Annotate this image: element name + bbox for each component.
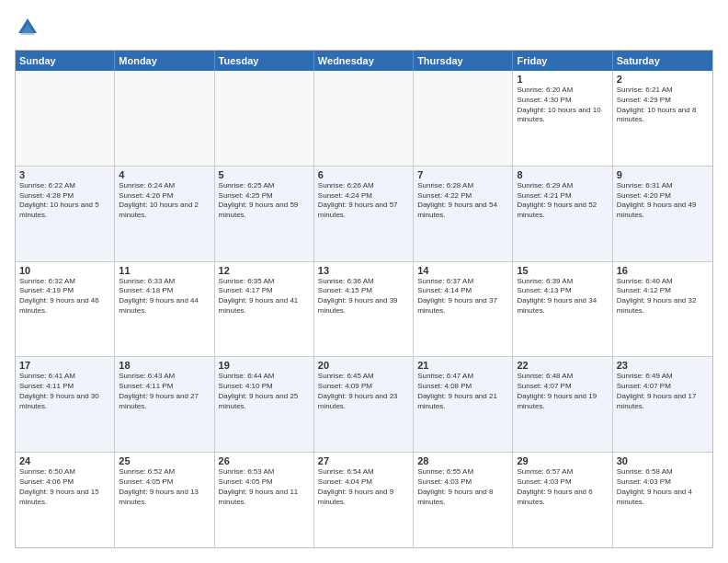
calendar-header: SundayMondayTuesdayWednesdayThursdayFrid… bbox=[16, 51, 712, 71]
day-number: 23 bbox=[617, 360, 709, 371]
day-number: 20 bbox=[318, 360, 409, 371]
calendar-cell: 21Sunrise: 6:47 AM Sunset: 4:08 PM Dayli… bbox=[414, 357, 513, 452]
calendar-row: 1Sunrise: 6:20 AM Sunset: 4:30 PM Daylig… bbox=[16, 71, 712, 167]
day-number: 15 bbox=[517, 265, 608, 276]
cell-info: Sunrise: 6:54 AM Sunset: 4:04 PM Dayligh… bbox=[318, 467, 409, 507]
calendar-cell: 12Sunrise: 6:35 AM Sunset: 4:17 PM Dayli… bbox=[215, 262, 314, 357]
day-number: 12 bbox=[219, 265, 310, 276]
cell-info: Sunrise: 6:20 AM Sunset: 4:30 PM Dayligh… bbox=[517, 86, 608, 125]
calendar-cell: 17Sunrise: 6:41 AM Sunset: 4:11 PM Dayli… bbox=[16, 357, 115, 452]
cell-info: Sunrise: 6:36 AM Sunset: 4:15 PM Dayligh… bbox=[318, 277, 409, 316]
day-number: 29 bbox=[517, 455, 608, 466]
calendar: SundayMondayTuesdayWednesdayThursdayFrid… bbox=[15, 50, 713, 548]
calendar-cell: 27Sunrise: 6:54 AM Sunset: 4:04 PM Dayli… bbox=[314, 453, 414, 547]
cell-info: Sunrise: 6:48 AM Sunset: 4:07 PM Dayligh… bbox=[517, 372, 608, 411]
day-number: 6 bbox=[318, 169, 409, 180]
day-number: 25 bbox=[119, 455, 210, 466]
day-number: 26 bbox=[219, 455, 310, 466]
day-number: 7 bbox=[417, 169, 508, 180]
day-number: 10 bbox=[19, 265, 110, 276]
cell-info: Sunrise: 6:28 AM Sunset: 4:22 PM Dayligh… bbox=[417, 181, 508, 221]
calendar-cell: 15Sunrise: 6:39 AM Sunset: 4:13 PM Dayli… bbox=[513, 262, 612, 357]
weekday-header-saturday: Saturday bbox=[613, 51, 712, 71]
calendar-row: 24Sunrise: 6:50 AM Sunset: 4:06 PM Dayli… bbox=[16, 453, 712, 547]
cell-info: Sunrise: 6:21 AM Sunset: 4:29 PM Dayligh… bbox=[617, 86, 709, 125]
weekday-header-sunday: Sunday bbox=[16, 51, 115, 71]
day-number: 30 bbox=[617, 455, 709, 466]
calendar-cell: 29Sunrise: 6:57 AM Sunset: 4:03 PM Dayli… bbox=[513, 453, 612, 547]
day-number: 2 bbox=[617, 74, 709, 85]
day-number: 18 bbox=[119, 360, 210, 371]
day-number: 11 bbox=[119, 265, 210, 276]
cell-info: Sunrise: 6:52 AM Sunset: 4:05 PM Dayligh… bbox=[119, 467, 210, 507]
day-number: 16 bbox=[617, 265, 709, 276]
day-number: 5 bbox=[219, 169, 310, 180]
cell-info: Sunrise: 6:53 AM Sunset: 4:05 PM Dayligh… bbox=[219, 467, 310, 507]
weekday-header-monday: Monday bbox=[115, 51, 214, 71]
cell-info: Sunrise: 6:41 AM Sunset: 4:11 PM Dayligh… bbox=[19, 372, 110, 411]
day-number: 4 bbox=[119, 169, 210, 180]
calendar-cell: 7Sunrise: 6:28 AM Sunset: 4:22 PM Daylig… bbox=[414, 167, 513, 261]
logo-icon bbox=[15, 15, 40, 40]
calendar-cell: 2Sunrise: 6:21 AM Sunset: 4:29 PM Daylig… bbox=[613, 71, 712, 166]
calendar-cell: 9Sunrise: 6:31 AM Sunset: 4:20 PM Daylig… bbox=[613, 167, 712, 261]
cell-info: Sunrise: 6:50 AM Sunset: 4:06 PM Dayligh… bbox=[19, 467, 110, 507]
calendar-cell: 13Sunrise: 6:36 AM Sunset: 4:15 PM Dayli… bbox=[314, 262, 414, 357]
calendar-cell: 24Sunrise: 6:50 AM Sunset: 4:06 PM Dayli… bbox=[16, 453, 115, 547]
cell-info: Sunrise: 6:22 AM Sunset: 4:28 PM Dayligh… bbox=[19, 181, 110, 221]
calendar-cell: 8Sunrise: 6:29 AM Sunset: 4:21 PM Daylig… bbox=[513, 167, 612, 261]
day-number: 13 bbox=[318, 265, 409, 276]
calendar-cell: 14Sunrise: 6:37 AM Sunset: 4:14 PM Dayli… bbox=[414, 262, 513, 357]
day-number: 28 bbox=[417, 455, 508, 466]
calendar-cell bbox=[115, 71, 214, 166]
cell-info: Sunrise: 6:47 AM Sunset: 4:08 PM Dayligh… bbox=[417, 372, 508, 411]
calendar-cell bbox=[16, 71, 115, 166]
calendar-cell: 25Sunrise: 6:52 AM Sunset: 4:05 PM Dayli… bbox=[115, 453, 214, 547]
day-number: 27 bbox=[318, 455, 409, 466]
calendar-row: 3Sunrise: 6:22 AM Sunset: 4:28 PM Daylig… bbox=[16, 167, 712, 262]
calendar-cell: 3Sunrise: 6:22 AM Sunset: 4:28 PM Daylig… bbox=[16, 167, 115, 261]
logo bbox=[15, 15, 44, 40]
calendar-cell: 20Sunrise: 6:45 AM Sunset: 4:09 PM Dayli… bbox=[314, 357, 414, 452]
calendar-cell: 4Sunrise: 6:24 AM Sunset: 4:26 PM Daylig… bbox=[115, 167, 214, 261]
day-number: 1 bbox=[517, 74, 608, 85]
day-number: 14 bbox=[417, 265, 508, 276]
calendar-cell: 28Sunrise: 6:55 AM Sunset: 4:03 PM Dayli… bbox=[414, 453, 513, 547]
day-number: 9 bbox=[617, 169, 709, 180]
cell-info: Sunrise: 6:35 AM Sunset: 4:17 PM Dayligh… bbox=[219, 277, 310, 316]
cell-info: Sunrise: 6:32 AM Sunset: 4:19 PM Dayligh… bbox=[19, 277, 110, 316]
calendar-body: 1Sunrise: 6:20 AM Sunset: 4:30 PM Daylig… bbox=[16, 71, 712, 547]
cell-info: Sunrise: 6:55 AM Sunset: 4:03 PM Dayligh… bbox=[417, 467, 508, 507]
calendar-cell: 23Sunrise: 6:49 AM Sunset: 4:07 PM Dayli… bbox=[613, 357, 712, 452]
weekday-header-friday: Friday bbox=[513, 51, 612, 71]
day-number: 19 bbox=[219, 360, 310, 371]
calendar-cell bbox=[414, 71, 513, 166]
cell-info: Sunrise: 6:24 AM Sunset: 4:26 PM Dayligh… bbox=[119, 181, 210, 221]
calendar-cell: 1Sunrise: 6:20 AM Sunset: 4:30 PM Daylig… bbox=[513, 71, 612, 166]
weekday-header-tuesday: Tuesday bbox=[215, 51, 314, 71]
calendar-cell: 30Sunrise: 6:58 AM Sunset: 4:03 PM Dayli… bbox=[613, 453, 712, 547]
day-number: 21 bbox=[417, 360, 508, 371]
cell-info: Sunrise: 6:37 AM Sunset: 4:14 PM Dayligh… bbox=[417, 277, 508, 316]
day-number: 24 bbox=[19, 455, 110, 466]
calendar-cell: 26Sunrise: 6:53 AM Sunset: 4:05 PM Dayli… bbox=[215, 453, 314, 547]
cell-info: Sunrise: 6:40 AM Sunset: 4:12 PM Dayligh… bbox=[617, 277, 709, 316]
cell-info: Sunrise: 6:31 AM Sunset: 4:20 PM Dayligh… bbox=[617, 181, 709, 221]
cell-info: Sunrise: 6:26 AM Sunset: 4:24 PM Dayligh… bbox=[318, 181, 409, 221]
cell-info: Sunrise: 6:25 AM Sunset: 4:25 PM Dayligh… bbox=[219, 181, 310, 221]
cell-info: Sunrise: 6:43 AM Sunset: 4:11 PM Dayligh… bbox=[119, 372, 210, 411]
calendar-cell: 11Sunrise: 6:33 AM Sunset: 4:18 PM Dayli… bbox=[115, 262, 214, 357]
calendar-cell: 6Sunrise: 6:26 AM Sunset: 4:24 PM Daylig… bbox=[314, 167, 414, 261]
page: SundayMondayTuesdayWednesdayThursdayFrid… bbox=[0, 0, 728, 563]
header bbox=[15, 15, 713, 40]
cell-info: Sunrise: 6:39 AM Sunset: 4:13 PM Dayligh… bbox=[517, 277, 608, 316]
calendar-cell: 10Sunrise: 6:32 AM Sunset: 4:19 PM Dayli… bbox=[16, 262, 115, 357]
calendar-cell: 19Sunrise: 6:44 AM Sunset: 4:10 PM Dayli… bbox=[215, 357, 314, 452]
cell-info: Sunrise: 6:33 AM Sunset: 4:18 PM Dayligh… bbox=[119, 277, 210, 316]
calendar-row: 10Sunrise: 6:32 AM Sunset: 4:19 PM Dayli… bbox=[16, 262, 712, 358]
cell-info: Sunrise: 6:57 AM Sunset: 4:03 PM Dayligh… bbox=[517, 467, 608, 507]
day-number: 17 bbox=[19, 360, 110, 371]
cell-info: Sunrise: 6:49 AM Sunset: 4:07 PM Dayligh… bbox=[617, 372, 709, 411]
cell-info: Sunrise: 6:58 AM Sunset: 4:03 PM Dayligh… bbox=[617, 467, 709, 507]
calendar-cell bbox=[215, 71, 314, 166]
